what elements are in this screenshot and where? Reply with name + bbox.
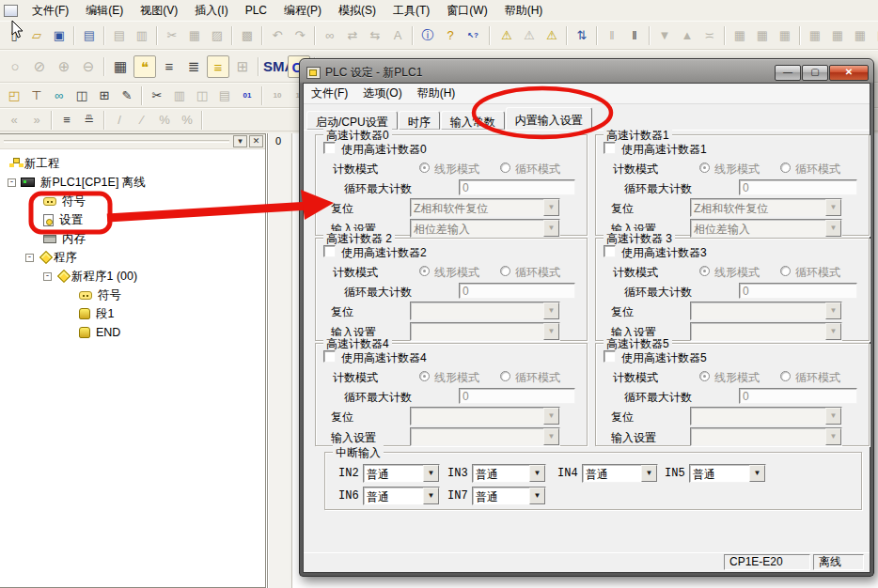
- input-setting-combobox[interactable]: ▼: [690, 322, 842, 341]
- dialog-menu-file[interactable]: 文件(F): [304, 83, 355, 104]
- tree-item-memory[interactable]: 内存: [0, 229, 265, 248]
- coil-not-icon[interactable]: %: [177, 111, 197, 130]
- new-view-icon[interactable]: ⊞: [94, 86, 115, 105]
- tree-item-plc[interactable]: - 新PLC1[CP1E] 离线: [0, 173, 265, 192]
- chevron-down-icon[interactable]: ▼: [825, 220, 841, 237]
- download-icon[interactable]: ▼: [654, 26, 675, 45]
- menu-help[interactable]: 帮助(H): [496, 0, 552, 22]
- output-window-icon[interactable]: ◫: [192, 86, 212, 105]
- upload-icon[interactable]: ▲: [677, 26, 698, 45]
- cut-icon[interactable]: ✂: [162, 26, 182, 45]
- use-counter-checkbox[interactable]: [323, 142, 336, 154]
- close-icon[interactable]: ✕: [249, 135, 263, 147]
- ring-mode-radio[interactable]: [780, 162, 791, 173]
- menu-edit[interactable]: 编辑(E): [77, 0, 132, 22]
- use-counter-checkbox[interactable]: [604, 350, 616, 363]
- maximize-button[interactable]: ▢: [802, 65, 828, 81]
- input-setting-combobox[interactable]: ▼: [690, 427, 842, 446]
- tree-item-programs[interactable]: - 程序: [0, 248, 265, 267]
- binary-monitor-icon[interactable]: 01: [237, 86, 258, 105]
- force-status-icon[interactable]: ▦: [827, 26, 848, 45]
- linear-mode-radio[interactable]: [419, 266, 430, 276]
- collapse-icon[interactable]: -: [8, 178, 16, 187]
- tree-item-new-program[interactable]: - 新程序1 (00): [0, 267, 265, 286]
- coil-icon[interactable]: %: [154, 111, 175, 130]
- interrupt-combobox-IN7[interactable]: 普通▼: [472, 487, 546, 505]
- ring-max-input[interactable]: 0: [739, 283, 857, 299]
- paste-icon[interactable]: ▨: [207, 26, 227, 45]
- linear-mode-radio[interactable]: [419, 371, 430, 381]
- pause-icon[interactable]: ‖: [624, 26, 645, 45]
- use-counter-checkbox[interactable]: [323, 350, 336, 363]
- program-tree-icon[interactable]: ⊞: [231, 55, 254, 78]
- dialog-titlebar[interactable]: PLC 设定 - 新PLC1 — ▢ ✕: [303, 62, 870, 83]
- tree-item-settings[interactable]: 设置: [0, 210, 265, 229]
- menu-plc[interactable]: PLC: [237, 1, 275, 20]
- linear-mode-radio[interactable]: [699, 162, 710, 173]
- redo-icon[interactable]: ↷: [290, 26, 310, 45]
- collapse-icon[interactable]: -: [25, 254, 34, 262]
- chevron-down-icon[interactable]: ▼: [543, 323, 559, 340]
- build-hammer-icon[interactable]: ⊤: [26, 86, 47, 105]
- program-mode-icon[interactable]: ▦: [775, 26, 795, 45]
- contact-icon[interactable]: /: [109, 111, 130, 130]
- chevron-down-icon[interactable]: ▼: [529, 465, 545, 482]
- chevron-down-icon[interactable]: ▼: [825, 323, 841, 340]
- ring-max-input[interactable]: 0: [459, 179, 575, 195]
- interrupt-combobox-IN5[interactable]: 普通▼: [689, 464, 766, 483]
- work-online-icon[interactable]: ⇅: [572, 26, 592, 45]
- differential-monitor-icon[interactable]: ▦: [850, 26, 870, 45]
- collapse-icon[interactable]: -: [43, 272, 52, 281]
- chevron-down-icon[interactable]: ▼: [825, 428, 841, 445]
- tree-item-section1[interactable]: 段1: [0, 304, 265, 323]
- chevron-down-icon[interactable]: ▼: [543, 302, 559, 319]
- tab-timing[interactable]: 时序: [399, 111, 440, 130]
- indent-icon[interactable]: »: [26, 111, 47, 130]
- interrupt-combobox-IN6[interactable]: 普通▼: [363, 487, 440, 505]
- tree-item-symbols[interactable]: 符号: [0, 192, 265, 210]
- zoom-in-icon[interactable]: ⊕: [53, 55, 75, 78]
- rung-highlight-icon[interactable]: ≡: [207, 55, 229, 78]
- ring-mode-radio[interactable]: [780, 371, 791, 381]
- chevron-down-icon[interactable]: ▼: [825, 199, 841, 216]
- input-setting-combobox[interactable]: 相位差输入▼: [690, 219, 842, 238]
- menu-file[interactable]: 文件(F): [24, 0, 77, 22]
- ring-max-input[interactable]: 0: [739, 388, 857, 404]
- reset-combobox[interactable]: ▼: [690, 302, 842, 320]
- pause-initial-icon[interactable]: ‖: [602, 26, 622, 45]
- contact-not-icon[interactable]: ⁄: [132, 111, 152, 130]
- open-project-icon[interactable]: ▱: [26, 26, 47, 45]
- align-top-icon[interactable]: ≞: [79, 111, 100, 130]
- rung-list-icon[interactable]: ≡: [158, 55, 180, 78]
- chevron-down-icon[interactable]: ▼: [423, 487, 439, 504]
- linear-mode-radio[interactable]: [699, 371, 710, 381]
- run-mode-icon[interactable]: ▦: [729, 26, 750, 45]
- linear-mode-radio[interactable]: [419, 162, 430, 173]
- input-setting-combobox[interactable]: ▼: [410, 427, 560, 446]
- replace-icon[interactable]: ⇄: [342, 26, 363, 45]
- menu-view[interactable]: 视图(V): [132, 0, 186, 22]
- print-icon[interactable]: ▤: [109, 26, 130, 45]
- compile-icon[interactable]: ⚠: [496, 26, 517, 45]
- watch-glasses-icon[interactable]: ∞: [49, 86, 70, 105]
- find-icon[interactable]: ∞: [320, 26, 340, 45]
- pou-window-icon[interactable]: ◰: [4, 86, 24, 105]
- chevron-down-icon[interactable]: ▾: [233, 135, 247, 147]
- address-reference-icon[interactable]: ▥: [169, 86, 190, 105]
- drag-grip[interactable]: [4, 140, 229, 143]
- chevron-down-icon[interactable]: ▼: [825, 302, 841, 319]
- reset-combobox[interactable]: ▼: [410, 302, 560, 320]
- about-icon[interactable]: ⓘ: [417, 26, 438, 45]
- io-monitor-icon[interactable]: ▦: [805, 26, 825, 45]
- chevron-down-icon[interactable]: ▼: [423, 465, 439, 482]
- save-icon[interactable]: ▣: [49, 26, 70, 45]
- mdi-child-icon[interactable]: [4, 5, 18, 17]
- tree-item-program-symbols[interactable]: 符号: [0, 286, 265, 304]
- chevron-down-icon[interactable]: ▼: [543, 220, 559, 237]
- input-setting-combobox[interactable]: 相位差输入▼: [410, 219, 560, 238]
- reset-combobox[interactable]: ▼: [690, 407, 842, 426]
- menu-tools[interactable]: 工具(T): [384, 0, 438, 22]
- interrupt-combobox-IN4[interactable]: 普通▼: [582, 464, 658, 483]
- ring-max-input[interactable]: 0: [459, 283, 575, 299]
- chevron-down-icon[interactable]: ▼: [641, 465, 657, 482]
